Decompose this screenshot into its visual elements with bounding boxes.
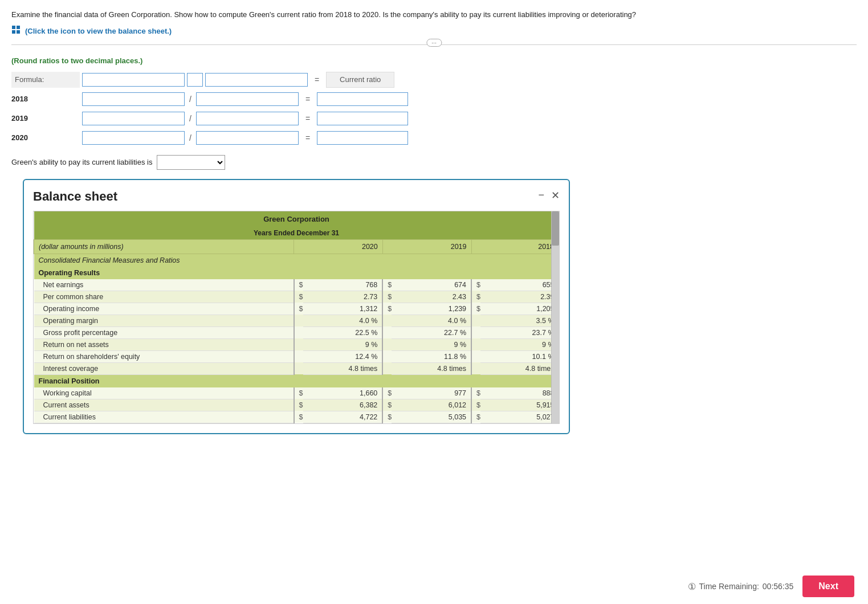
next-button[interactable]: Next — [802, 576, 854, 597]
year-label-2019: 2019 — [11, 114, 80, 123]
ability-row: Green's ability to pay its current liabi… — [11, 155, 857, 170]
row-label: Net earnings — [34, 279, 294, 291]
round-note: (Round ratios to two decimal places.) — [11, 56, 857, 65]
table-row: Current assets $ 6,382 $ 6,012 $ 5,915 — [34, 399, 559, 411]
dollar-2019: $ — [382, 303, 392, 315]
dollar-2020: $ — [294, 303, 303, 315]
scrollbar[interactable] — [551, 211, 559, 423]
row-label: Operating margin — [34, 315, 294, 327]
val-2019: 4.0 % — [392, 315, 471, 327]
grid-icon — [11, 25, 22, 38]
col-2020-header: 2020 — [294, 239, 383, 254]
denominator-2020[interactable] — [196, 131, 299, 145]
equals-2018: = — [301, 95, 315, 104]
val-2018: 1,205 — [480, 303, 559, 315]
denominator-2018[interactable] — [196, 92, 299, 106]
result-2020[interactable] — [317, 131, 408, 145]
table-row: Gross profit percentage 22.5 % 22.7 % 23… — [34, 327, 559, 338]
val-2019: 674 — [392, 279, 471, 291]
slash-2018: / — [187, 95, 194, 104]
val-2020: 6,382 — [303, 399, 383, 411]
val-2020: 22.5 % — [303, 327, 383, 338]
val-2018: 2.39 — [480, 291, 559, 303]
balance-sheet-link[interactable]: (Click the icon to view the balance shee… — [11, 25, 857, 38]
val-2018: 5,915 — [480, 399, 559, 411]
year-label-2020: 2020 — [11, 133, 80, 142]
row-label: Current liabilities — [34, 411, 294, 423]
dollar-2019 — [382, 338, 392, 350]
svg-rect-2 — [12, 30, 15, 34]
modal-controls: − ✕ — [538, 189, 560, 202]
val-2019: 11.8 % — [392, 350, 471, 362]
formula-equals: = — [310, 75, 324, 84]
dollar-2018 — [471, 338, 480, 350]
equals-2019: = — [301, 114, 315, 123]
time-remaining-value: 00:56:35 — [763, 582, 794, 591]
formula-row-2020: 2020 / = — [11, 130, 857, 146]
svg-rect-1 — [17, 26, 20, 29]
val-2019: 5,035 — [392, 411, 471, 423]
slash-2019: / — [187, 114, 194, 123]
dollar-2019: $ — [382, 291, 392, 303]
svg-rect-3 — [17, 30, 20, 34]
numerator-2020[interactable] — [82, 131, 185, 145]
table-row: Current liabilities $ 4,722 $ 5,035 $ 5,… — [34, 411, 559, 423]
clock-icon: ① — [688, 581, 696, 592]
val-2019: 9 % — [392, 338, 471, 350]
balance-sheet-modal: Balance sheet − ✕ Green Corporation Year… — [23, 179, 570, 434]
val-2019: 22.7 % — [392, 327, 471, 338]
table-section-header: Operating Results — [34, 267, 559, 279]
dollar-2018 — [471, 327, 480, 338]
col-header-row: (dollar amounts in millions) 2020 2019 2… — [34, 239, 559, 254]
row-label: Current assets — [34, 399, 294, 411]
val-2020: 12.4 % — [303, 350, 383, 362]
time-remaining-label: Time Remaining: — [699, 582, 759, 591]
val-2018: 10.1 % — [480, 350, 559, 362]
formula-row-2019: 2019 / = — [11, 111, 857, 126]
dollar-2019 — [382, 350, 392, 362]
val-2019: 4.8 times — [392, 362, 471, 374]
formula-result-label: Current ratio — [326, 72, 394, 88]
result-2018[interactable] — [317, 92, 408, 106]
formula-numerator-input[interactable] — [82, 73, 185, 87]
formula-denominator-input[interactable] — [205, 73, 308, 87]
table-row: Operating income $ 1,312 $ 1,239 $ 1,205 — [34, 303, 559, 315]
row-label: Operating income — [34, 303, 294, 315]
row-label: Interest coverage — [34, 362, 294, 374]
dollar-2019: $ — [382, 411, 392, 423]
dollar-2020 — [294, 350, 303, 362]
scrollbar-thumb[interactable] — [552, 211, 559, 246]
row-label: Per common share — [34, 291, 294, 303]
ability-select[interactable]: improving deteriorating unchanged — [157, 155, 225, 170]
dollar-2018: $ — [471, 399, 480, 411]
table-row: Net earnings $ 768 $ 674 $ 655 — [34, 279, 559, 291]
table-row: Operating margin 4.0 % 4.0 % 3.5 % — [34, 315, 559, 327]
col-2019-header: 2019 — [382, 239, 471, 254]
minimize-button[interactable]: − — [538, 189, 544, 202]
val-2020: 1,660 — [303, 387, 383, 399]
table-row: Working capital $ 1,660 $ 977 $ 888 — [34, 387, 559, 399]
val-2018: 888 — [480, 387, 559, 399]
dollar-2018: $ — [471, 411, 480, 423]
denominator-2019[interactable] — [196, 112, 299, 125]
modal-header: Balance sheet − ✕ — [33, 189, 560, 204]
result-2019[interactable] — [317, 112, 408, 125]
close-button[interactable]: ✕ — [551, 189, 560, 202]
dollar-2019 — [382, 315, 392, 327]
svg-rect-0 — [12, 26, 15, 29]
dollar-2019: $ — [382, 399, 392, 411]
dollar-2020: $ — [294, 279, 303, 291]
section-bold-header: Operating Results — [34, 267, 559, 279]
val-2020: 768 — [303, 279, 383, 291]
dollar-2019: $ — [382, 387, 392, 399]
formula-operator-box[interactable] — [187, 73, 203, 87]
table-company-header: Green Corporation — [34, 211, 559, 227]
dollar-2020 — [294, 338, 303, 350]
val-2020: 4,722 — [303, 411, 383, 423]
table-section-header: Financial Position — [34, 374, 559, 387]
val-2018: 4.8 times — [480, 362, 559, 374]
numerator-2018[interactable] — [82, 92, 185, 106]
row-label: Return on net assets — [34, 338, 294, 350]
dollar-2018 — [471, 315, 480, 327]
numerator-2019[interactable] — [82, 112, 185, 125]
